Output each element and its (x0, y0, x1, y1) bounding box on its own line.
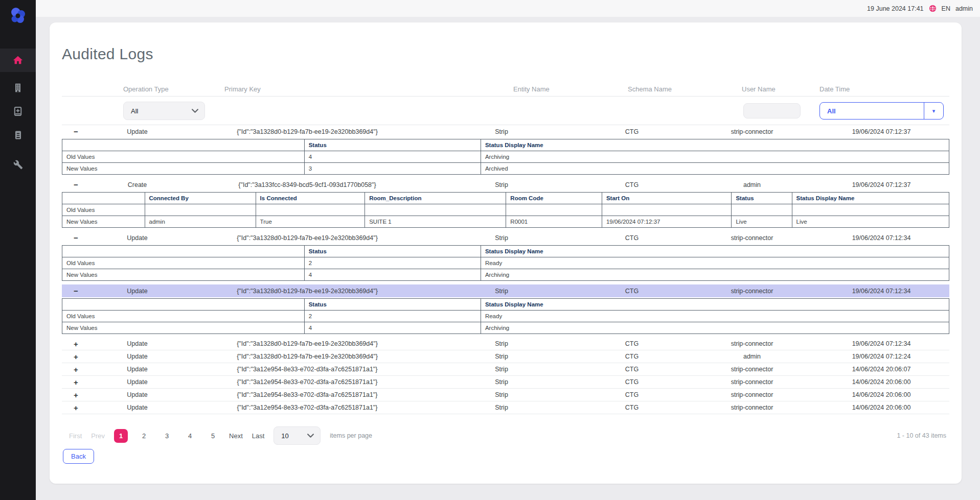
topbar-user-menu[interactable]: admin (955, 5, 973, 12)
cell-user-name: admin (691, 181, 813, 188)
audit-log-row[interactable]: +Update{"Id":"3a1328d0-b129-fa7b-ee19-2e… (62, 350, 949, 363)
cell-date-time: 19/06/2024 07:12:37 (813, 128, 949, 135)
cell-date-time: 19/06/2024 07:12:24 (813, 353, 949, 360)
cell-schema-name: CTG (573, 404, 691, 411)
detail-row-label: New Values (62, 269, 305, 281)
cell-date-time: 14/06/2024 20:06:07 (813, 366, 949, 373)
detail-row-label: Old Values (62, 257, 305, 269)
pagination-next-button[interactable]: Next (229, 432, 243, 440)
detail-value-cell: Ready (481, 257, 949, 269)
page-button-5[interactable]: 5 (206, 429, 220, 443)
book-add-icon (13, 106, 23, 116)
detail-value-cell: 3 (304, 163, 481, 175)
app-logo[interactable] (0, 0, 36, 32)
cell-date-time: 19/06/2024 07:12:34 (813, 340, 949, 347)
detail-column-header: Status (304, 139, 481, 151)
detail-value-cell (365, 204, 506, 216)
cell-entity-name: Strip (430, 391, 573, 398)
detail-value-cell: Archiving (481, 322, 949, 334)
cell-schema-name: CTG (573, 353, 691, 360)
cell-operation-type: Create (90, 181, 185, 188)
expand-row-button[interactable]: + (62, 391, 90, 399)
wrench-icon (13, 160, 23, 170)
cell-operation-type: Update (90, 391, 185, 398)
row-detail: Connected ByIs ConnectedRoom_Description… (62, 191, 949, 231)
cell-user-name: strip-connector (691, 366, 813, 373)
expand-row-button[interactable]: + (62, 365, 90, 374)
audit-log-row[interactable]: +Update{"Id":"3a12e954-8e33-e702-d3fa-a7… (62, 401, 949, 414)
page-button-3[interactable]: 3 (160, 429, 174, 443)
collapse-row-button[interactable]: − (62, 127, 90, 136)
detail-value-cell: R0001 (506, 216, 602, 228)
detail-old-values-row: Old Values2Ready (62, 311, 949, 322)
audit-log-table: Operation Type Primary Key Entity Name S… (62, 85, 949, 414)
audit-log-row[interactable]: −Update{"Id":"3a1328d0-b129-fa7b-ee19-2e… (62, 284, 949, 297)
sidebar-item-organization[interactable] (0, 76, 36, 100)
detail-value-cell: SUITE 1 (365, 216, 506, 228)
detail-corner-cell (62, 139, 305, 151)
chevron-down-icon (307, 434, 314, 438)
topbar-language-label[interactable]: EN (942, 5, 950, 12)
audit-log-row[interactable]: −Update{"Id":"3a1328d0-b129-fa7b-ee19-2e… (62, 231, 949, 244)
cell-user-name: strip-connector (691, 404, 813, 411)
change-detail-table: StatusStatus Display NameOld Values2Read… (62, 298, 949, 334)
back-button[interactable]: Back (63, 449, 94, 464)
date-time-filter-value: All (820, 103, 924, 119)
page-button-1[interactable]: 1 (114, 429, 128, 443)
expand-row-button[interactable]: + (62, 352, 90, 361)
audited-logs-card: Audited Logs Operation Type Primary Key … (50, 22, 962, 484)
sidebar-item-settings[interactable] (0, 153, 36, 176)
audit-log-row[interactable]: −Create{"Id":"3a133fcc-8349-bcd5-9cf1-09… (62, 178, 949, 191)
cell-entity-name: Strip (430, 353, 573, 360)
page-button-4[interactable]: 4 (183, 429, 197, 443)
audit-log-row[interactable]: +Update{"Id":"3a12e954-8e33-e702-d3fa-a7… (62, 389, 949, 401)
pagination-last-button[interactable]: Last (252, 432, 265, 440)
home-icon (12, 55, 24, 66)
detail-value-cell: 4 (304, 269, 481, 281)
detail-column-header: Status Display Name (481, 246, 949, 257)
collapse-row-button[interactable]: − (62, 180, 90, 189)
detail-value-cell: 4 (304, 151, 481, 163)
language-switcher[interactable] (929, 5, 937, 12)
cell-entity-name: Strip (430, 288, 573, 295)
detail-value-cell: Live (792, 216, 949, 228)
cell-operation-type: Update (90, 288, 185, 295)
expand-row-button[interactable]: + (62, 340, 90, 348)
audit-log-row[interactable]: +Update{"Id":"3a12e954-8e33-e702-d3fa-a7… (62, 363, 949, 376)
audit-log-row[interactable]: +Update{"Id":"3a12e954-8e33-e702-d3fa-a7… (62, 376, 949, 389)
detail-value-cell: admin (145, 216, 256, 228)
caret-down-icon: ▾ (932, 108, 936, 114)
date-time-filter[interactable]: All ▾ (819, 102, 944, 120)
detail-corner-cell (62, 193, 145, 204)
header-operation-type: Operation Type (90, 85, 185, 93)
expand-row-button[interactable]: + (62, 403, 90, 412)
detail-row-label: Old Values (62, 204, 145, 216)
collapse-row-button[interactable]: − (62, 287, 90, 295)
collapse-row-button[interactable]: − (62, 233, 90, 242)
cell-schema-name: CTG (573, 181, 691, 188)
cell-primary-key: {"Id":"3a12e954-8e33-e702-d3fa-a7c625187… (185, 404, 430, 411)
audit-log-row[interactable]: +Update{"Id":"3a1328d0-b129-fa7b-ee19-2e… (62, 338, 949, 350)
operation-type-filter[interactable]: All (123, 102, 205, 120)
detail-old-values-row: Old Values (62, 204, 949, 216)
detail-value-cell: 2 (304, 257, 481, 269)
page-button-2[interactable]: 2 (137, 429, 151, 443)
date-time-filter-caret-button[interactable]: ▾ (924, 103, 943, 119)
pagination-prev-button[interactable]: Prev (91, 432, 105, 440)
sidebar-item-home[interactable] (0, 49, 36, 72)
cell-primary-key: {"Id":"3a12e954-8e33-e702-d3fa-a7c625187… (185, 378, 430, 386)
audit-log-row[interactable]: −Update{"Id":"3a1328d0-b129-fa7b-ee19-2e… (62, 125, 949, 138)
expand-row-button[interactable]: + (62, 378, 90, 387)
cell-date-time: 14/06/2024 20:06:00 (813, 378, 949, 386)
cell-user-name: strip-connector (691, 288, 813, 295)
row-detail: StatusStatus Display NameOld Values2Read… (62, 244, 949, 284)
page-size-select[interactable]: 10 (274, 426, 321, 445)
user-name-filter-input[interactable] (743, 103, 801, 118)
sidebar-item-audit-logs[interactable] (0, 100, 36, 123)
detail-header-row: StatusStatus Display Name (62, 246, 949, 257)
sidebar-item-logs[interactable] (0, 123, 36, 147)
cell-user-name: admin (691, 353, 813, 360)
header-user-name: User Name (691, 85, 813, 93)
pagination-first-button[interactable]: First (69, 432, 82, 440)
detail-new-values-row: New Values3Archived (62, 163, 949, 175)
